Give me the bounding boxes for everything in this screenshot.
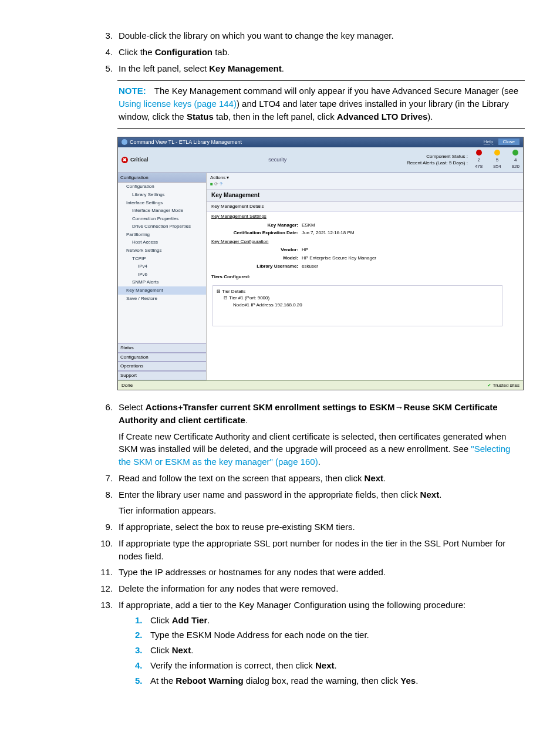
close-button[interactable]: Close [498,139,519,145]
tree-item[interactable]: Interface Manager Mode [118,207,206,215]
warning-icon [494,150,500,156]
section-header: Key Management Details [207,202,523,212]
help-link[interactable]: Help [484,139,493,144]
status-counts: 2478 5854 4820 [475,150,519,170]
step-text: Double-click the library on which you wa… [119,29,525,42]
tier-box: ⊟ Tier Details ⊟ Tier #1 (Port: 9000) No… [212,285,502,326]
tree-item[interactable]: SNMP Alerts [118,278,206,286]
status-critical: Critical [122,156,149,164]
tree-item[interactable]: IPv6 [118,271,206,279]
step-num: 4. [94,46,119,59]
step-text: In the left panel, select Key Management… [119,62,525,75]
nav-config[interactable]: Configuration [118,353,206,362]
app-icon [122,139,127,145]
titlebar: Command View TL - ETLA Library Managemen… [118,137,523,147]
tree-item[interactable]: Configuration [118,183,206,191]
tree-item[interactable]: Network Settings [118,247,206,255]
tree-item[interactable]: Save / Restore [118,295,206,303]
topbar: Critical security Component Status : Rec… [118,147,523,173]
note-box: NOTE: The Key Management command will on… [117,80,525,128]
window-controls: Help Close [484,139,519,146]
step-text: Click the Configuration tab. [119,46,525,59]
panel-title: Key Management [207,190,523,202]
nav-ops[interactable]: Operations [118,362,206,371]
main-panel: Actions ▾■ ⟳ ? Key Management Key Manage… [207,173,523,380]
nav-support[interactable]: Support [118,371,206,380]
step-num: 5. [94,62,119,75]
tree-item[interactable]: Library Settings [118,191,206,199]
tree-item[interactable]: Host Access [118,238,206,247]
sidebar-header: Configuration [118,173,206,183]
link-license-keys[interactable]: Using license keys (page 144) [119,99,237,109]
step-num: 3. [94,29,119,42]
statusbar: Done ✔ Trusted sites [118,380,523,390]
tree-item[interactable]: TCPIP [118,255,206,263]
tree-item[interactable]: Interface Settings [118,199,206,207]
tree-item-selected[interactable]: Key Management [118,286,206,295]
tree-item[interactable]: Connection Properties [118,215,206,223]
security-label: security [149,156,407,164]
tree-item[interactable]: Partitioning [118,231,206,239]
tree-item[interactable]: Drive Connection Properties [118,222,206,231]
screenshot: Help Close Command View TL - ETLA Librar… [117,137,524,391]
nav-status[interactable]: Status [118,343,206,353]
note-label: NOTE: [119,86,146,96]
actions-menu[interactable]: Actions ▾ [210,175,229,180]
sidebar: Configuration Configuration Library Sett… [118,173,207,380]
step-list-2: 6. Select Actions+Transfer current SKM e… [94,401,525,689]
ok-icon [512,150,518,156]
critical-icon [476,150,482,156]
subsection: Key Manager Configuration [207,237,523,247]
step-list: 3.Double-click the library on which you … [94,29,525,75]
sub-step-list: 1.Click Add Tier. 2.Type the ESKM Node A… [135,614,525,687]
tree-item[interactable]: IPv4 [118,262,206,271]
subsection: Key Management Settings [207,212,523,221]
